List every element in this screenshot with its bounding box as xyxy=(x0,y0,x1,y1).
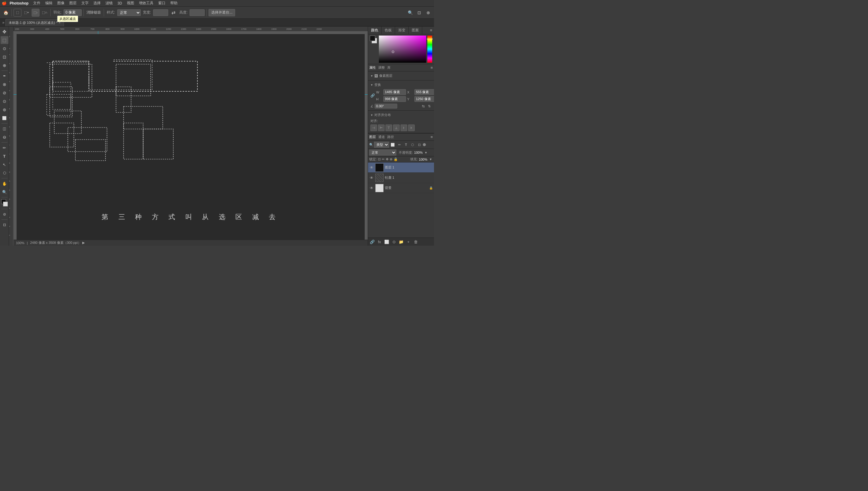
apple-menu[interactable]: 🍎 xyxy=(1,1,7,5)
menu-window[interactable]: 窗口 xyxy=(156,1,168,6)
pattern-tab[interactable]: 图案 xyxy=(409,27,422,34)
menu-3d[interactable]: 3D xyxy=(115,1,124,5)
flip-h-btn[interactable]: ⇆ xyxy=(421,104,425,109)
height-input[interactable] xyxy=(189,9,205,16)
swatches-tab[interactable]: 色板 xyxy=(382,27,395,34)
props-layer-title[interactable]: ▼ 🖼 像素图层 xyxy=(370,73,431,79)
props-tab-library[interactable]: 库 xyxy=(387,65,391,70)
fill-value[interactable]: 100% xyxy=(419,157,427,161)
add-group-btn[interactable]: 📁 xyxy=(398,239,404,245)
layer-vis-1[interactable]: 👁 xyxy=(369,165,374,170)
menu-file[interactable]: 文件 xyxy=(31,1,42,6)
menu-view[interactable]: 视图 xyxy=(125,1,136,6)
layer-type-filter[interactable]: 类型 xyxy=(374,142,389,148)
props-tab-adjust[interactable]: 调整 xyxy=(378,65,385,70)
lock-pixels-btn[interactable]: ⊡ xyxy=(378,157,381,161)
hue-bar[interactable] xyxy=(427,35,432,63)
color-spectrum-base[interactable] xyxy=(379,35,426,63)
app-name[interactable]: Photoshop xyxy=(8,1,30,5)
style-select[interactable]: 正常 固定比例 固定大小 xyxy=(117,9,141,16)
path-select-btn[interactable]: ↖ xyxy=(1,161,8,169)
selection-tool-btn[interactable]: ⬚ xyxy=(1,36,8,44)
bg-color-swatch[interactable] xyxy=(3,202,8,206)
filter-adj-btn[interactable]: ✏ xyxy=(396,142,402,148)
menu-select[interactable]: 选择 xyxy=(91,1,103,6)
opacity-dropdown[interactable]: ▼ xyxy=(424,150,428,155)
history-btn[interactable]: ⊛ xyxy=(1,106,8,114)
layers-tab-channels[interactable]: 通道 xyxy=(378,135,385,139)
layer-item-bg[interactable]: 👁 背景 🔒 xyxy=(368,183,434,193)
share-btn[interactable]: ⊗ xyxy=(424,9,432,17)
screen-mode-btn[interactable]: ⊡ xyxy=(1,221,8,229)
opacity-value[interactable]: 100% xyxy=(414,151,423,154)
props-x-value[interactable]: 555 像素 xyxy=(414,89,434,95)
props-y-value[interactable]: 1250 像素 xyxy=(414,96,434,102)
home-btn[interactable]: 🏠 xyxy=(2,9,10,17)
angle-value[interactable]: 0.00° xyxy=(375,104,397,109)
add-style-btn[interactable]: fx xyxy=(377,239,383,245)
align-center-h-btn[interactable]: ⊢ xyxy=(378,124,385,131)
feather-input[interactable] xyxy=(64,9,82,16)
panel-collapse-left-top[interactable]: » xyxy=(1,21,5,25)
fill-dropdown[interactable]: ▼ xyxy=(428,157,433,162)
blend-mode-select[interactable]: 正常 正片叠底 滤色 xyxy=(369,149,396,155)
props-w-value[interactable]: 1485 像素 xyxy=(383,89,406,95)
add-selection-btn[interactable]: ⬚+ xyxy=(23,9,30,17)
props-tab-attributes[interactable]: 属性 xyxy=(369,65,376,70)
layer-item-2[interactable]: 👁 牡鹿 1 xyxy=(368,173,434,183)
workspace-btn[interactable]: ⊡ xyxy=(415,9,423,17)
color-panel-options[interactable]: ≡ xyxy=(428,28,434,33)
layer-vis-bg[interactable]: 👁 xyxy=(369,186,374,191)
width-input[interactable] xyxy=(153,9,168,16)
dodge-btn[interactable]: ⊖ xyxy=(1,133,8,141)
menu-layer[interactable]: 图层 xyxy=(67,1,79,6)
lock-all-btn[interactable]: 🔒 xyxy=(394,157,398,161)
align-right-btn[interactable]: ⊤ xyxy=(386,124,392,131)
document-tab[interactable]: 未标题-1 @ 100% (从选区减去) * × xyxy=(5,19,64,26)
align-bottom-btn[interactable]: ⊧ xyxy=(408,124,415,131)
gradient-btn[interactable]: ◫ xyxy=(1,125,8,133)
props-panel-options[interactable]: ≡ xyxy=(430,65,433,70)
layers-tab-layers[interactable]: 图层 xyxy=(369,135,376,139)
menu-edit[interactable]: 编辑 xyxy=(43,1,55,6)
search-btn[interactable]: 🔍 xyxy=(406,9,414,17)
menu-help[interactable]: 帮助 xyxy=(168,1,180,6)
color-swatch-stack[interactable] xyxy=(370,35,378,63)
canvas-area[interactable]: 200 300 400 500 600 700 800 900 1000 110… xyxy=(9,27,368,246)
quick-mask-btn[interactable]: ⊘ xyxy=(1,210,8,218)
filter-pixel-btn[interactable]: ⬜ xyxy=(390,142,396,148)
swap-wh-btn[interactable]: ⇄ xyxy=(169,9,177,17)
lock-draw-btn[interactable]: ✏ xyxy=(382,157,385,161)
canvas[interactable]: 第 三 种 方 式 叫 从 选 区 减 去 100% | 2480 像素 x 3… xyxy=(13,31,368,246)
align-center-v-btn[interactable]: ⊦ xyxy=(400,124,407,131)
hand-btn[interactable]: ✋ xyxy=(1,180,8,187)
eraser-btn[interactable]: ⬜ xyxy=(1,114,8,122)
quick-select-btn[interactable]: ⊡ xyxy=(1,53,8,61)
filter-shape-btn[interactable]: ⬡ xyxy=(410,142,416,148)
props-h-value[interactable]: 998 像素 xyxy=(383,96,406,102)
pen-btn[interactable]: ✏ xyxy=(1,144,8,152)
link-layers-btn[interactable]: 🔗 xyxy=(369,239,375,245)
lock-move-btn[interactable]: ✥ xyxy=(386,157,388,161)
color-swatch-area[interactable] xyxy=(1,199,8,208)
document-canvas[interactable]: 第 三 种 方 式 叫 从 选 区 减 去 xyxy=(17,34,365,240)
link-icon[interactable]: 🔗 xyxy=(370,93,375,98)
layers-panel-options[interactable]: ≡ xyxy=(430,135,433,139)
props-align-title[interactable]: ▼ 对齐并分布 xyxy=(370,112,431,118)
select-refine-btn[interactable]: 选择并遮住... xyxy=(209,9,235,16)
heal-btn[interactable]: ⊗ xyxy=(1,81,8,88)
align-left-btn[interactable]: ⊣ xyxy=(370,124,377,131)
color-tab[interactable]: 颜色 xyxy=(368,27,382,34)
filter-text-btn[interactable]: T xyxy=(403,142,409,148)
brush-btn[interactable]: ⊘ xyxy=(1,89,8,97)
filter-effect-btn[interactable] xyxy=(423,143,426,146)
align-top-btn[interactable]: ⊥ xyxy=(393,124,400,131)
gradient-tab[interactable]: 渐变 xyxy=(395,27,409,34)
add-mask-btn[interactable]: ⬜ xyxy=(384,239,390,245)
crop-tool-btn[interactable]: ⊕ xyxy=(1,61,8,69)
color-picker-area[interactable] xyxy=(379,35,432,63)
layer-item-1[interactable]: 👁 图层 1 xyxy=(368,163,434,173)
subtract-selection-btn[interactable]: ⬚- xyxy=(32,9,39,17)
fg-swatch[interactable] xyxy=(370,35,375,41)
lock-artboard-btn[interactable]: ⊕ xyxy=(390,157,392,161)
